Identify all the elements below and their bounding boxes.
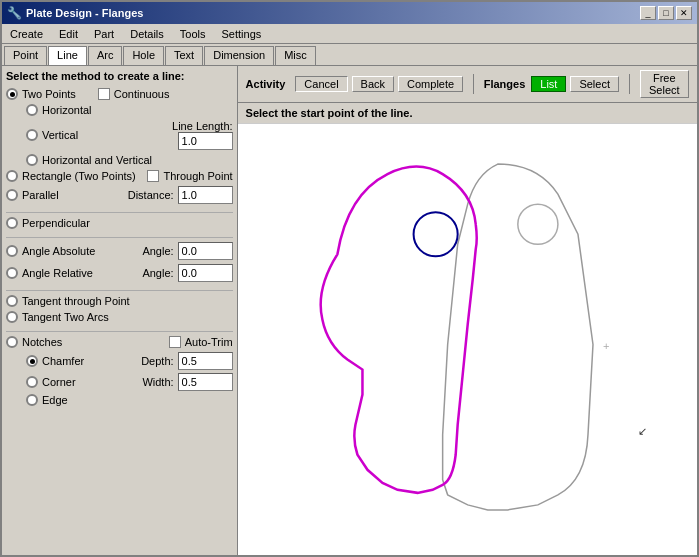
separator-1 <box>6 212 233 213</box>
radio-circle-edge <box>26 394 38 406</box>
angle-abs-input[interactable] <box>178 242 233 260</box>
tab-text[interactable]: Text <box>165 46 203 65</box>
edge-row: Edge <box>26 394 233 406</box>
notches-row: Notches Auto-Trim <box>6 336 233 348</box>
radio-parallel[interactable]: Parallel <box>6 189 59 201</box>
option-row-angle-abs: Angle Absolute Angle: <box>6 242 233 260</box>
angle-rel-label: Angle: <box>142 267 173 279</box>
radio-tangent-pt[interactable]: Tangent through Point <box>6 295 130 307</box>
radio-two-points[interactable]: Two Points <box>6 88 76 100</box>
line-length-label: Line Length: <box>172 120 233 132</box>
tab-arc[interactable]: Arc <box>88 46 123 65</box>
right-shape-plus: + <box>603 340 609 352</box>
distance-group: Distance: <box>128 186 233 204</box>
radio-tangent-arcs[interactable]: Tangent Two Arcs <box>6 311 109 323</box>
divider-1 <box>473 74 474 94</box>
tab-point[interactable]: Point <box>4 46 47 65</box>
menu-tools[interactable]: Tools <box>172 24 214 43</box>
canvas-background <box>247 124 688 555</box>
radio-chamfer[interactable]: Chamfer <box>26 355 84 367</box>
radio-circle-corner <box>26 376 38 388</box>
section-title: Select the method to create a line: <box>6 70 233 82</box>
menu-settings[interactable]: Settings <box>214 24 270 43</box>
select-button[interactable]: Select <box>570 76 619 92</box>
flanges-label: Flanges <box>484 78 526 90</box>
separator-4 <box>6 331 233 332</box>
radio-circle-vertical <box>26 129 38 141</box>
tab-line[interactable]: Line <box>48 46 87 65</box>
drawing-area[interactable]: + ↙ <box>238 124 697 555</box>
checkbox-auto-trim[interactable]: Auto-Trim <box>169 336 233 348</box>
minimize-button[interactable]: _ <box>640 6 656 20</box>
label-auto-trim: Auto-Trim <box>185 336 233 348</box>
label-two-points: Two Points <box>22 88 76 100</box>
checkbox-through-point[interactable]: Through Point <box>147 170 232 182</box>
radio-corner[interactable]: Corner <box>26 376 76 388</box>
angle-abs-label: Angle: <box>142 245 173 257</box>
cursor-indicator: ↙ <box>638 425 647 437</box>
depth-group: Depth: <box>141 352 232 370</box>
main-layout: Select the method to create a line: Two … <box>2 66 697 555</box>
header-bar: Activity Cancel Back Complete Flanges Li… <box>238 66 697 103</box>
radio-perpendicular[interactable]: Perpendicular <box>6 217 90 229</box>
menu-create[interactable]: Create <box>2 24 51 43</box>
radio-circle-two-points <box>6 88 18 100</box>
checkbox-continuous-box <box>98 88 110 100</box>
list-button[interactable]: List <box>531 76 566 92</box>
option-row-tangent-arcs: Tangent Two Arcs <box>6 311 233 323</box>
label-through-point: Through Point <box>163 170 232 182</box>
title-bar: 🔧 Plate Design - Flanges _ □ ✕ <box>2 2 697 24</box>
label-perpendicular: Perpendicular <box>22 217 90 229</box>
drawing-canvas: + ↙ <box>238 124 697 555</box>
menu-part[interactable]: Part <box>86 24 122 43</box>
maximize-button[interactable]: □ <box>658 6 674 20</box>
toolbar-tabs: Point Line Arc Hole Text Dimension Misc <box>2 44 697 66</box>
separator-3 <box>6 290 233 291</box>
option-row-vertical: Vertical Line Length: <box>26 120 233 150</box>
menu-details[interactable]: Details <box>122 24 172 43</box>
label-chamfer: Chamfer <box>42 355 84 367</box>
option-row-angle-rel: Angle Relative Angle: <box>6 264 233 282</box>
back-button[interactable]: Back <box>352 76 394 92</box>
title-bar-left: 🔧 Plate Design - Flanges <box>7 6 143 20</box>
radio-angle-rel[interactable]: Angle Relative <box>6 267 93 279</box>
close-button[interactable]: ✕ <box>676 6 692 20</box>
checkbox-continuous[interactable]: Continuous <box>98 88 170 100</box>
label-vertical: Vertical <box>42 129 78 141</box>
radio-notches[interactable]: Notches <box>6 336 62 348</box>
complete-button[interactable]: Complete <box>398 76 463 92</box>
radio-rectangle[interactable]: Rectangle (Two Points) <box>6 170 136 182</box>
radio-edge[interactable]: Edge <box>26 394 68 406</box>
radio-angle-abs[interactable]: Angle Absolute <box>6 245 95 257</box>
radio-circle-tangent-pt <box>6 295 18 307</box>
angle-rel-input[interactable] <box>178 264 233 282</box>
tab-hole[interactable]: Hole <box>123 46 164 65</box>
tab-dimension[interactable]: Dimension <box>204 46 274 65</box>
distance-input[interactable] <box>178 186 233 204</box>
radio-circle-horizontal <box>26 104 38 116</box>
width-input[interactable] <box>178 373 233 391</box>
radio-circle-angle-rel <box>6 267 18 279</box>
label-continuous: Continuous <box>114 88 170 100</box>
activity-label: Activity <box>246 78 286 90</box>
radio-vertical[interactable]: Vertical <box>26 129 78 141</box>
radio-horizontal[interactable]: Horizontal <box>26 104 92 116</box>
radio-h-and-v[interactable]: Horizontal and Vertical <box>26 154 152 166</box>
separator-2 <box>6 237 233 238</box>
width-label: Width: <box>142 376 173 388</box>
menu-edit[interactable]: Edit <box>51 24 86 43</box>
divider-2 <box>629 74 630 94</box>
label-parallel: Parallel <box>22 189 59 201</box>
cancel-button[interactable]: Cancel <box>295 76 347 92</box>
option-row-horizontal: Horizontal <box>26 104 233 116</box>
tab-misc[interactable]: Misc <box>275 46 316 65</box>
notch-sub-options: Chamfer Depth: Corner Width: <box>26 352 233 409</box>
window-title: Plate Design - Flanges <box>26 7 143 19</box>
depth-input[interactable] <box>178 352 233 370</box>
radio-circle-h-and-v <box>26 154 38 166</box>
window-controls: _ □ ✕ <box>640 6 692 20</box>
right-section: Activity Cancel Back Complete Flanges Li… <box>238 66 697 555</box>
line-length-input[interactable] <box>178 132 233 150</box>
checkbox-through-point-box <box>147 170 159 182</box>
free-select-button[interactable]: Free Select <box>640 70 689 98</box>
